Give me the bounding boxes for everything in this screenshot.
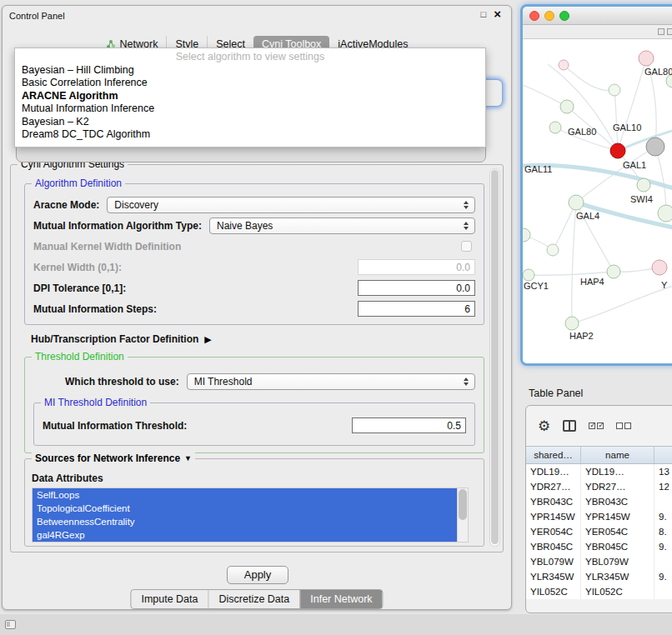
cell: YDL19… [581,464,654,479]
dropdown-option[interactable]: Mutual Information Inference [15,102,485,116]
table-row[interactable]: YDL19…YDL19…13 [526,464,672,479]
dropdown-prompt[interactable]: Select algorithm to view settings [15,51,485,64]
cell: YER054C [526,524,581,539]
mi-steps-value: 6 [464,303,470,315]
node-label-gcy1[interactable]: GCY1 [524,281,549,291]
view-control-icon[interactable] [667,28,672,35]
sources-group: Sources for Network Inference ▼ Data Att… [24,458,484,547]
sources-title: Sources for Network Inference [35,452,180,464]
minimize-button[interactable] [544,11,554,21]
node-label-hap2[interactable]: HAP2 [569,331,594,341]
columns-icon[interactable] [563,420,576,432]
cell: YBL079W [526,554,581,569]
manual-kernel-checkbox[interactable] [461,241,472,252]
sources-expander[interactable]: Sources for Network Inference ▼ [32,452,195,464]
table-panel-title: Table Panel [529,388,583,399]
panel-toggle-icon[interactable] [5,620,16,629]
cell: YPR145W [526,509,581,524]
dpi-tolerance-field[interactable]: 0.0 [358,280,475,296]
scrollbar-thumb[interactable] [491,170,499,544]
aracne-mode-select[interactable]: Discovery [107,197,475,213]
select-all-icon[interactable] [589,422,604,429]
tab-impute-data[interactable]: Impute Data [131,590,208,608]
aracne-mode-value: Discovery [114,199,462,211]
node-label-gal10[interactable]: GAL10 [613,122,641,132]
mi-threshold-field[interactable]: 0.5 [352,418,466,433]
mi-steps-field[interactable]: 6 [358,301,475,317]
manual-kernel-row: Manual Kernel Width Definition [25,236,484,257]
close-button[interactable] [529,11,539,21]
list-item[interactable]: SelfLoops [33,488,457,502]
network-title-bar [523,7,672,25]
table-row[interactable]: YLR345WYLR345W9. [526,569,672,584]
mi-threshold-group: MI Threshold Definition Mutual Informati… [33,402,475,446]
gear-icon[interactable]: ⚙ [538,419,550,433]
list-item[interactable]: TopologicalCoefficient [33,502,457,515]
list-scrollbar[interactable] [457,488,468,542]
zoom-button[interactable] [559,11,569,21]
kernel-width-field[interactable]: 0.0 [358,259,475,275]
table-row[interactable]: YER054CYER054C8. [526,524,672,539]
mi-type-select[interactable]: Naive Bayes [209,218,475,234]
table-row[interactable]: YBR043CYBR043C [526,494,672,509]
cell: YDR27… [581,479,654,494]
kernel-width-value: 0.0 [456,262,470,273]
dropdown-option[interactable]: Bayesian – Hill Climbing [15,64,485,78]
table-body: YDL19…YDL19…13 YDR27…YDR27…12 YBR043CYBR… [526,464,672,599]
cell: 9. [654,569,672,584]
mi-threshold-label: Mutual Information Threshold: [43,420,187,432]
deselect-all-icon[interactable] [616,422,631,429]
node-label-y[interactable]: Y [661,280,667,290]
tab-infer-network[interactable]: Infer Network [299,590,382,608]
window-title: Control Panel [9,11,65,21]
table-row[interactable]: YDR27…YDR27…12 [526,479,672,494]
mi-threshold-value: 0.5 [447,420,461,432]
node-label-gal80b[interactable]: GAL80 [644,67,672,77]
node-label-gal11[interactable]: GAL11 [524,164,552,174]
checked-box-icon [597,422,604,429]
column-header-name[interactable]: name [581,447,654,463]
float-window-icon[interactable]: □ [481,9,487,19]
cell [654,584,672,599]
node-label-gal1[interactable]: GAL1 [623,160,646,170]
settings-scrollbar[interactable] [489,168,500,547]
checked-box-icon [589,422,595,429]
close-icon[interactable]: × [494,9,501,19]
list-item[interactable]: BetweennessCentrality [33,515,457,528]
table-row[interactable]: YBR045CYBR045C9. [526,539,672,554]
node-label-gal4[interactable]: GAL4 [576,211,599,221]
list-item[interactable]: gal4RGexp [33,528,457,542]
node-label-hap4[interactable]: HAP4 [580,277,604,287]
column-header-shared-name[interactable]: shared… [526,447,581,463]
cell: YLR345W [581,569,654,584]
node-label-swi4[interactable]: SWI4 [630,194,653,204]
mi-type-row: Mutual Information Algorithm Type: Naive… [25,215,484,236]
cell: YBR043C [526,494,581,509]
algorithm-dropdown-popup: Select algorithm to view settings Bayesi… [14,48,486,148]
table-row[interactable]: YPR145WYPR145W9. [526,509,672,524]
hub-definition-expander[interactable]: Hub/Transcription Factor Definition ▶ [31,333,212,345]
combo-stepper-icon [462,201,470,209]
window-controls: □ × [481,9,501,19]
cell [654,554,672,569]
view-control-icon[interactable] [658,28,664,35]
column-header[interactable] [654,447,672,463]
scrollbar-thumb[interactable] [459,489,467,520]
apply-button[interactable]: Apply [227,566,288,584]
node-label-gal80[interactable]: GAL80 [568,127,596,137]
tab-discretize-data[interactable]: Discretize Data [208,590,300,608]
which-threshold-label: Which threshold to use: [65,376,179,388]
dropdown-option[interactable]: Dream8 DC_TDC Algorithm [15,128,485,142]
dropdown-option-selected[interactable]: ARACNE Algorithm [15,90,485,103]
cell: YER054C [581,524,654,539]
dropdown-option[interactable]: Bayesian – K2 [15,116,485,129]
table-row[interactable]: YIL052CYIL052C [526,584,672,599]
which-threshold-select[interactable]: MI Threshold [187,373,475,390]
network-canvas[interactable]: GAL80 GAL80 GAL10 GAL11 GAL1 SWI4 GAL4 G… [523,39,672,363]
hub-definition-label: Hub/Transcription Factor Definition [31,333,198,345]
kernel-width-row: Kernel Width (0,1): 0.0 [25,257,484,278]
algorithm-definition-group: Algorithm Definition Aracne Mode: Discov… [24,183,484,325]
table-row[interactable]: YBL079WYBL079W [526,554,672,569]
dropdown-option[interactable]: Basic Correlation Inference [15,77,485,90]
unchecked-box-icon [616,422,623,429]
